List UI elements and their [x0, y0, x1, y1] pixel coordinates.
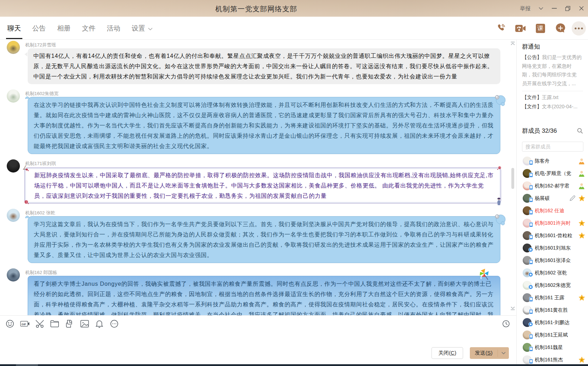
member-row[interactable]: 机制1601-曾粒粒 — [517, 229, 588, 242]
group-file-item[interactable]: 【文件】王露.txt — [522, 94, 583, 100]
send-button[interactable]: 发送(S) — [470, 347, 509, 359]
phone-call-icon[interactable] — [495, 23, 506, 34]
file-name: 文本(2020-04-... — [542, 104, 577, 109]
member-avatar[interactable] — [523, 281, 532, 290]
member-avatar[interactable] — [523, 355, 532, 364]
member-row[interactable]: 机制161王延斌 — [517, 329, 588, 341]
member-avatar[interactable] — [523, 219, 532, 228]
tab-chat[interactable]: 聊天 — [7, 17, 21, 40]
member-star-icon — [578, 294, 585, 301]
member-search-input[interactable] — [522, 144, 583, 149]
member-right-icons — [578, 182, 585, 190]
chat-message-area[interactable]: 机制172井雪瑶中国有14亿人，有着14亿人的责任和使命，也有着14亿人的付出和… — [0, 40, 516, 316]
member-avatar[interactable] — [523, 206, 532, 215]
member-search-icon[interactable] — [577, 128, 583, 134]
class-icon-glyph: 课 — [536, 24, 545, 33]
window-title: 机制第一党支部网络支部 — [213, 4, 299, 14]
group-announcement[interactable]: 【公告】我们是一支优秀的网络党支部，在紧急时期，我们每周组织学生党员开展在线学习… — [522, 53, 583, 88]
member-avatar[interactable] — [523, 231, 532, 240]
send-options-icon[interactable] — [498, 352, 509, 355]
screenshot-icon[interactable] — [35, 319, 44, 328]
member-row[interactable]: 机制162 任迪 — [517, 204, 588, 217]
sender-avatar[interactable] — [7, 41, 20, 54]
avatar-mobile-badge-icon — [529, 309, 533, 316]
member-name: 机制1601刘旭东 — [535, 245, 588, 251]
restore-button[interactable] — [561, 0, 575, 17]
close-button[interactable] — [575, 0, 588, 17]
message-bubble[interactable]: 新冠肺炎疫情发生以来，中国采取了最彻底、最严格的防控举措，取得了积极的防控效果。… — [24, 168, 501, 203]
avatar-mobile-badge-icon — [529, 346, 533, 353]
message-bubble[interactable]: 学习完这篇文章后，我认为在疫情当下，我们作为一名学生共产党员要做到以下三点。首先… — [28, 216, 500, 263]
close-chat-button[interactable]: 关闭(C) — [432, 347, 463, 359]
collapse-to-top-icon[interactable] — [510, 41, 516, 47]
minimize-button[interactable] — [548, 0, 561, 17]
bubble-curl-decoration — [25, 97, 29, 101]
member-row[interactable]: 机制161 王露 — [517, 291, 588, 304]
message-bubble[interactable]: 看了剑桥大学博士Janus Dongye的回答，我确实被震撼了，被我国丰富的粮食… — [28, 276, 500, 316]
message-history-icon[interactable] — [501, 319, 511, 328]
report-dropdown-icon[interactable] — [534, 0, 548, 17]
member-row[interactable]: 机制1601刘旭东 — [517, 242, 588, 254]
group-sidebar: 群通知 【公告】我们是一支优秀的网络党支部，在紧急时期，我们每周组织学生党员开展… — [516, 40, 588, 366]
tab-files[interactable]: 文件 — [82, 17, 96, 40]
more-tools-icon[interactable] — [110, 319, 119, 328]
composer-toolbar: GIF — [0, 316, 516, 332]
member-avatar[interactable] — [523, 293, 532, 302]
member-row[interactable]: 陈客舟 — [517, 155, 588, 167]
gif-icon[interactable]: GIF — [20, 319, 29, 328]
member-avatar[interactable] — [523, 318, 532, 327]
sender-avatar[interactable] — [7, 159, 20, 173]
member-row[interactable]: 机制1801许兴时 — [517, 217, 588, 229]
member-avatar[interactable] — [523, 169, 532, 178]
notify-icon[interactable] — [95, 319, 104, 328]
sender-avatar[interactable] — [7, 209, 20, 222]
member-row[interactable]: 杨展硕 — [517, 192, 588, 204]
member-avatar[interactable] — [523, 181, 532, 190]
share-files-icon[interactable] — [65, 319, 74, 328]
bubble-corner-decoration — [494, 94, 506, 110]
member-row[interactable]: 机制161-刘鹏达 — [517, 316, 588, 329]
tab-activity[interactable]: 活动 — [106, 17, 121, 40]
member-avatar[interactable] — [523, 268, 532, 277]
member-row[interactable]: 机制162-郝宇君 — [517, 180, 588, 192]
member-row[interactable]: 机制1601张泽众 — [517, 254, 588, 267]
add-bubble-icon[interactable] — [555, 23, 566, 34]
member-row[interactable]: 机制161黄在胜 — [517, 304, 588, 316]
avatar-star-badge-icon — [528, 284, 533, 291]
member-row[interactable]: 机制161魏星 — [517, 341, 588, 354]
member-row[interactable]: 机电-罗顺意（党 — [517, 167, 588, 180]
tab-announce[interactable]: 公告 — [32, 17, 46, 40]
file-name: 王露.txt — [542, 94, 559, 100]
message-bubble[interactable]: 中国有14亿人，有着14亿人的责任和使命，也有着14亿人的付出和奉献。繁星点点汇… — [28, 48, 500, 84]
announcement-text: 员开展在线学习交流，... — [522, 81, 576, 86]
image-icon[interactable] — [80, 319, 89, 328]
sender-avatar[interactable] — [7, 89, 20, 103]
member-avatar[interactable] — [523, 343, 532, 352]
video-call-icon[interactable] — [515, 23, 526, 34]
emoji-icon[interactable] — [5, 319, 15, 328]
member-avatar[interactable] — [523, 331, 532, 339]
group-notice-panel[interactable]: 群通知 【公告】我们是一支优秀的网络党支部，在紧急时期，我们每周组织学生党员开展… — [517, 40, 588, 110]
more-icon[interactable] — [572, 21, 586, 35]
member-avatar[interactable] — [523, 194, 532, 203]
message-bubble[interactable]: 在这次学习的链接中我再次认识到中国特色社会主义制度可以将治理体制有效转换治理效能… — [28, 97, 500, 154]
class-icon[interactable]: 课 — [535, 23, 546, 34]
tab-settings[interactable]: 设置 — [131, 17, 153, 40]
member-row[interactable]: 机制1602 张乾 — [517, 267, 588, 279]
member-search-box[interactable] — [522, 142, 583, 152]
member-row[interactable]: 机制1602朱德宽 — [517, 279, 588, 291]
avatar-star-badge-icon — [528, 322, 533, 328]
sender-avatar[interactable] — [7, 268, 20, 282]
member-avatar[interactable] — [523, 256, 532, 265]
chat-scrollbar-thumb[interactable] — [511, 168, 514, 189]
member-avatar[interactable] — [523, 306, 532, 315]
collapse-to-bottom-icon[interactable] — [510, 305, 516, 311]
tab-album[interactable]: 相册 — [57, 17, 71, 40]
file-icon[interactable] — [50, 319, 59, 328]
group-file-item[interactable]: 【文件】文本(2020-04-... — [522, 103, 583, 110]
message-input-area[interactable]: 关闭(C) 发送(S) — [0, 332, 516, 366]
member-avatar[interactable] — [523, 157, 532, 165]
report-link[interactable]: 举报 — [520, 5, 531, 12]
avatar-star-badge-icon — [528, 272, 533, 278]
member-avatar[interactable] — [523, 244, 532, 252]
